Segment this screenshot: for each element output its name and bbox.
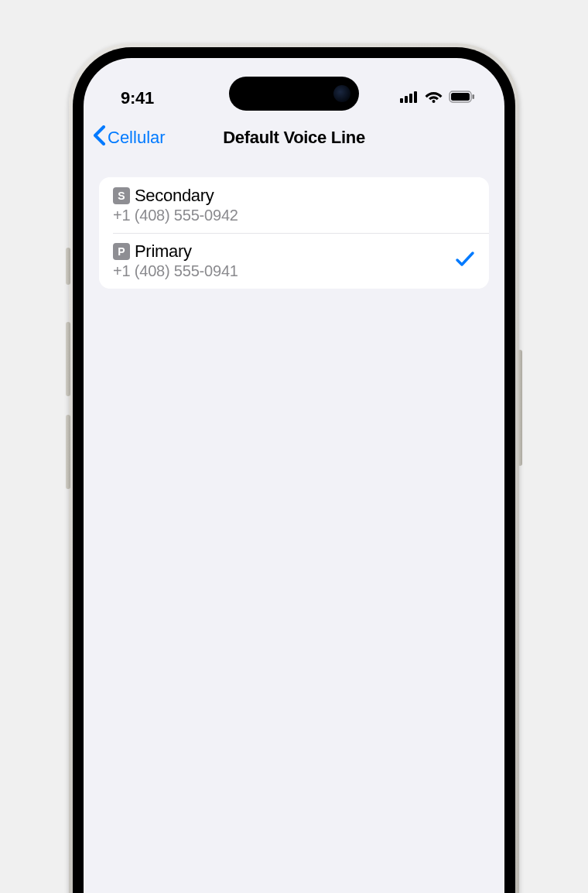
line-label: Secondary: [135, 186, 214, 206]
back-label: Cellular: [108, 128, 166, 148]
status-icons: [400, 91, 475, 106]
svg-rect-2: [409, 94, 412, 103]
dynamic-island: [229, 77, 359, 111]
side-button-power: [518, 350, 522, 466]
screen: 9:41: [84, 58, 504, 893]
line-number: +1 (408) 555-0941: [113, 262, 455, 280]
svg-rect-6: [451, 93, 470, 101]
navigation-bar: Cellular Default Voice Line: [84, 115, 504, 160]
svg-rect-3: [414, 91, 417, 103]
svg-rect-0: [400, 98, 403, 103]
checkmark-icon: [455, 250, 475, 272]
svg-point-4: [432, 100, 436, 103]
voice-line-secondary[interactable]: S Secondary +1 (408) 555-0942: [99, 177, 489, 233]
side-button-volume-down: [66, 415, 70, 489]
side-button-volume-up: [66, 322, 70, 396]
content-area: S Secondary +1 (408) 555-0942 P Primary: [84, 160, 504, 289]
back-button[interactable]: Cellular: [93, 125, 166, 150]
svg-rect-1: [405, 96, 408, 103]
front-camera: [333, 85, 350, 102]
voice-line-list: S Secondary +1 (408) 555-0942 P Primary: [99, 177, 489, 289]
status-time: 9:41: [121, 88, 154, 108]
chevron-left-icon: [93, 125, 106, 150]
battery-icon: [449, 91, 475, 106]
svg-rect-7: [473, 94, 475, 99]
line-number: +1 (408) 555-0942: [113, 207, 475, 224]
sim-badge-secondary: S: [113, 187, 130, 204]
phone-frame: 9:41: [69, 43, 519, 893]
voice-line-primary[interactable]: P Primary +1 (408) 555-0941: [99, 233, 489, 289]
wifi-icon: [425, 91, 443, 106]
page-title: Default Voice Line: [223, 128, 365, 148]
sim-badge-primary: P: [113, 243, 130, 260]
cellular-icon: [400, 91, 419, 106]
line-label: Primary: [135, 241, 192, 262]
side-button-silent: [66, 248, 70, 285]
